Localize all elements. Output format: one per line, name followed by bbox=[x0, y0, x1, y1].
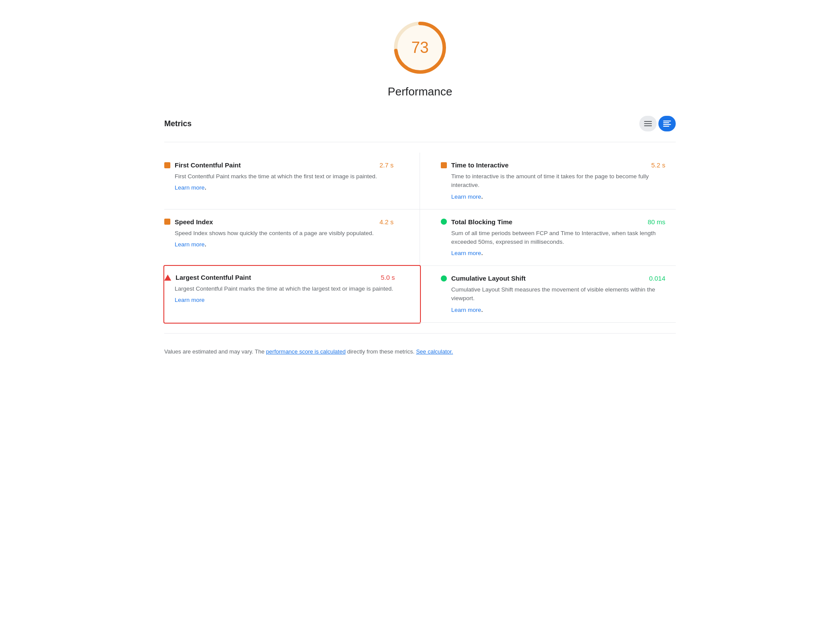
metric-value: 2.7 s bbox=[379, 161, 394, 169]
metric-item-cls: Cumulative Layout Shift 0.014 Cumulative… bbox=[420, 266, 676, 323]
red-triangle-icon bbox=[164, 275, 171, 281]
metric-value: 4.2 s bbox=[379, 218, 394, 226]
metric-description: Sum of all time periods between FCP and … bbox=[451, 229, 665, 247]
metric-description: Largest Contentful Paint marks the time … bbox=[175, 285, 395, 293]
metric-name: Speed Index bbox=[175, 218, 213, 226]
metric-learn-more-link[interactable]: Learn more bbox=[175, 297, 205, 303]
metric-learn-more-link[interactable]: Learn more bbox=[175, 241, 205, 248]
metric-header: Total Blocking Time 80 ms bbox=[441, 218, 665, 226]
metric-header: Largest Contentful Paint 5.0 s bbox=[164, 274, 395, 281]
svg-rect-6 bbox=[663, 121, 671, 121]
metric-name-row: Total Blocking Time bbox=[441, 218, 512, 226]
svg-rect-7 bbox=[663, 122, 669, 123]
svg-rect-9 bbox=[663, 126, 669, 127]
svg-rect-5 bbox=[644, 125, 652, 126]
metric-learn-more-link[interactable]: Learn more bbox=[451, 250, 481, 256]
metric-name-row: First Contentful Paint bbox=[164, 161, 241, 169]
metric-description: Speed Index shows how quickly the conten… bbox=[175, 229, 394, 238]
svg-rect-8 bbox=[663, 124, 671, 125]
footer-note: Values are estimated and may vary. The p… bbox=[164, 347, 676, 357]
metric-name: Cumulative Layout Shift bbox=[451, 275, 526, 282]
svg-rect-4 bbox=[644, 123, 652, 124]
metrics-divider bbox=[164, 142, 676, 142]
score-label: Performance bbox=[388, 85, 453, 98]
metric-description: Time to interactive is the amount of tim… bbox=[451, 172, 665, 190]
detail-view-button[interactable] bbox=[658, 116, 676, 131]
performance-score-link[interactable]: performance score is calculated bbox=[266, 348, 346, 355]
metric-name-row: Cumulative Layout Shift bbox=[441, 275, 526, 282]
see-calculator-link[interactable]: See calculator. bbox=[416, 348, 453, 355]
metric-learn-more-link[interactable]: Learn more bbox=[175, 184, 205, 191]
metric-item-tbt: Total Blocking Time 80 ms Sum of all tim… bbox=[420, 210, 676, 266]
metric-header: Time to Interactive 5.2 s bbox=[441, 161, 665, 169]
metrics-grid: First Contentful Paint 2.7 s First Conte… bbox=[164, 153, 676, 323]
metric-value: 5.0 s bbox=[381, 274, 395, 281]
view-toggle bbox=[639, 116, 676, 131]
score-value: 73 bbox=[411, 39, 429, 57]
metric-description: First Contentful Paint marks the time at… bbox=[175, 172, 394, 181]
metric-name: Largest Contentful Paint bbox=[176, 274, 251, 281]
orange-square-icon bbox=[164, 162, 170, 168]
metric-name: First Contentful Paint bbox=[175, 161, 241, 169]
metric-name: Time to Interactive bbox=[451, 161, 508, 169]
metric-header: Speed Index 4.2 s bbox=[164, 218, 394, 226]
score-gauge: 73 bbox=[390, 17, 450, 78]
metric-name: Total Blocking Time bbox=[451, 218, 512, 226]
list-view-button[interactable] bbox=[639, 116, 657, 131]
svg-rect-3 bbox=[644, 121, 652, 122]
metric-header: First Contentful Paint 2.7 s bbox=[164, 161, 394, 169]
metric-value: 80 ms bbox=[648, 218, 665, 226]
score-section: 73 Performance bbox=[164, 17, 676, 98]
metric-learn-more-link[interactable]: Learn more bbox=[451, 193, 481, 200]
metric-value: 5.2 s bbox=[651, 161, 665, 169]
orange-square-icon bbox=[441, 162, 447, 168]
metric-learn-more-link[interactable]: Learn more bbox=[451, 307, 481, 313]
metric-header: Cumulative Layout Shift 0.014 bbox=[441, 275, 665, 282]
metrics-title: Metrics bbox=[164, 119, 192, 128]
orange-square-icon bbox=[164, 219, 170, 225]
metric-item-si: Speed Index 4.2 s Speed Index shows how … bbox=[164, 210, 420, 266]
metric-item-fcp: First Contentful Paint 2.7 s First Conte… bbox=[164, 153, 420, 210]
metrics-header: Metrics bbox=[164, 116, 676, 131]
metric-item-tti: Time to Interactive 5.2 s Time to intera… bbox=[420, 153, 676, 210]
green-circle-icon bbox=[441, 219, 447, 225]
metric-item-lcp: Largest Contentful Paint 5.0 s Largest C… bbox=[163, 265, 421, 324]
metric-name-row: Largest Contentful Paint bbox=[164, 274, 251, 281]
metric-name-row: Time to Interactive bbox=[441, 161, 508, 169]
metric-value: 0.014 bbox=[649, 275, 665, 282]
metric-name-row: Speed Index bbox=[164, 218, 213, 226]
green-circle-icon bbox=[441, 275, 447, 282]
footer-divider bbox=[164, 333, 676, 334]
metric-description: Cumulative Layout Shift measures the mov… bbox=[451, 285, 665, 303]
